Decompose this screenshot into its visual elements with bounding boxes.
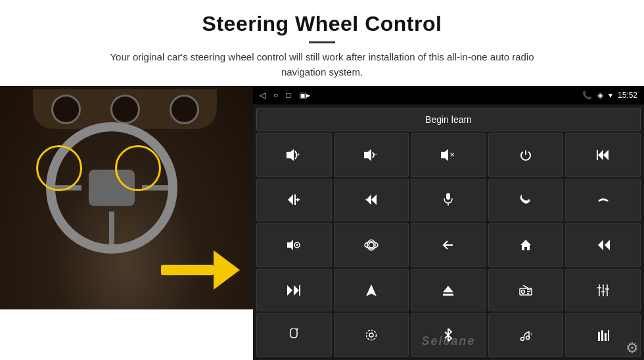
mic2-button[interactable] [256,313,332,357]
svg-marker-32 [443,286,453,292]
back-nav-button[interactable] [411,223,486,267]
spoke-bottom [109,212,114,244]
time-display: 15:52 [618,91,637,100]
android-screen: ◁ ○ □ ▣▸ 📞 ◈ ▾ 15:52 Begin learn [253,86,644,360]
svg-point-48 [366,330,376,340]
radio-button[interactable] [488,269,564,312]
svg-rect-54 [605,333,607,341]
svg-marker-7 [603,150,609,160]
highlight-circle-right [115,145,161,191]
mute-button[interactable]: ✕ [411,133,486,177]
subtitle: Your original car's steering wheel contr… [92,50,552,79]
svg-marker-27 [605,240,610,250]
svg-point-49 [521,338,524,341]
svg-rect-53 [601,330,603,341]
status-icons-right: 📞 ◈ ▾ 15:52 [582,91,637,100]
svg-point-50 [526,336,530,340]
icon-grid: + − ✕ [256,133,641,357]
home-icon[interactable]: ○ [273,91,278,100]
steering-wheel-image [0,86,253,309]
hang-up-button[interactable] [565,179,641,222]
prev-track-button[interactable] [565,133,641,177]
svg-marker-2 [364,149,371,161]
svg-marker-6 [598,150,603,160]
gauge-1 [51,95,81,124]
power-button[interactable] [488,133,564,177]
arrow-body [161,265,214,275]
begin-learn-row: Begin learn [256,108,641,131]
svg-marker-0 [287,149,294,161]
highlight-circle-left [36,145,82,191]
svg-text:⚙: ⚙ [530,332,532,336]
vol-up-button[interactable]: + [256,133,332,177]
svg-point-47 [369,333,373,337]
settings2-button[interactable] [334,313,409,357]
status-icons-left: ◁ ○ □ ▣▸ [260,91,310,100]
title-divider [309,41,335,43]
header-section: Steering Wheel Control Your original car… [0,0,644,86]
svg-marker-4 [441,149,448,161]
svg-marker-14 [371,194,377,205]
button-area: Begin learn + [253,104,644,360]
bluetooth-button[interactable] [411,313,486,357]
svg-point-20 [296,244,298,246]
gauge-2 [110,95,140,124]
svg-rect-33 [443,294,453,296]
eject-button[interactable] [411,269,486,312]
svg-rect-16 [446,193,450,200]
svg-text:✕: ✕ [449,151,455,158]
call-button[interactable] [488,179,564,222]
svg-marker-18 [287,240,293,250]
home-nav-button[interactable] [488,223,564,267]
svg-marker-9 [288,194,293,205]
navigate-button[interactable] [334,269,409,312]
status-bar: ◁ ○ □ ▣▸ 📞 ◈ ▾ 15:52 [253,86,644,104]
steering-bg [0,86,253,309]
svg-point-35 [522,290,525,293]
wifi-status-icon: ▾ [609,91,612,100]
svg-marker-26 [598,240,603,250]
svg-marker-25 [520,240,531,250]
recent-icon[interactable]: □ [286,91,290,100]
skip-back-button[interactable] [334,179,409,222]
begin-learn-button[interactable]: Begin learn [256,108,641,131]
back-icon[interactable]: ◁ [260,91,265,100]
svg-marker-28 [287,285,292,296]
svg-rect-55 [608,330,609,341]
signal-icon: ▣▸ [299,91,310,100]
svg-text:+: + [297,152,300,158]
page-container: Steering Wheel Control Your original car… [0,0,644,360]
location-status-icon: ◈ [597,91,603,100]
svg-rect-10 [294,194,296,205]
fast-forward-button[interactable] [256,269,332,312]
settings-gear-icon[interactable]: ⚙ [626,340,639,357]
speaker-button[interactable] [256,223,332,267]
page-title: Steering Wheel Control [26,12,618,36]
svg-text:−: − [375,152,378,158]
arrow-head [214,250,240,290]
svg-rect-30 [299,285,300,296]
rewind-button[interactable] [565,223,641,267]
svg-rect-8 [597,150,598,160]
vol-down-button[interactable]: − [334,133,409,177]
cam360-button[interactable]: 360° [334,223,409,267]
next-button[interactable] [256,179,332,222]
content-area: ◁ ○ □ ▣▸ 📞 ◈ ▾ 15:52 Begin learn [0,86,644,360]
equalizer-button[interactable] [565,269,641,312]
arrow [161,250,240,290]
svg-marker-12 [297,198,300,202]
phone-status-icon: 📞 [582,91,592,100]
microphone-button[interactable] [411,179,486,222]
gauge-3 [170,95,199,124]
svg-rect-52 [598,332,600,341]
svg-text:360°: 360° [369,246,375,250]
music-button[interactable]: ⚙ [488,313,564,357]
svg-marker-31 [366,284,377,296]
svg-marker-29 [294,285,299,296]
